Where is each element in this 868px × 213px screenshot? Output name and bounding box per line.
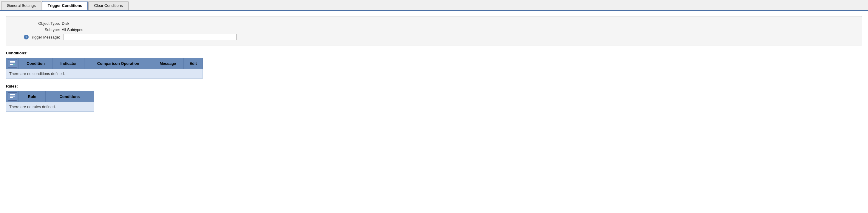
tab-bar: General Settings Trigger Conditions Clea…	[0, 0, 868, 11]
conditions-col-edit: Edit	[184, 58, 203, 69]
trigger-message-row: ? Trigger Message:	[12, 34, 856, 40]
add-rule-button[interactable]	[8, 92, 17, 101]
subtype-value: All Subtypes	[62, 27, 83, 32]
conditions-label: Conditions:	[6, 51, 862, 55]
conditions-table-icon-header	[6, 58, 19, 69]
conditions-col-message: Message	[152, 58, 183, 69]
tab-trigger-conditions[interactable]: Trigger Conditions	[42, 1, 88, 10]
rules-section: Rules:	[6, 84, 862, 112]
rules-table-icon-header	[6, 91, 19, 102]
help-icon[interactable]: ?	[24, 35, 29, 39]
rules-col-rule: Rule	[19, 91, 45, 102]
conditions-col-indicator: Indicator	[53, 58, 85, 69]
info-box: Object Type: Disk Subtype: All Subtypes …	[6, 16, 862, 46]
rules-label: Rules:	[6, 84, 862, 88]
rules-empty-message: There are no rules defined.	[6, 102, 94, 112]
add-condition-button[interactable]	[8, 59, 17, 68]
conditions-col-comparison: Comparison Operation	[85, 58, 152, 69]
trigger-message-input[interactable]	[64, 34, 237, 40]
object-type-row: Object Type: Disk	[12, 21, 856, 26]
object-type-label: Object Type:	[12, 21, 60, 26]
conditions-empty-row: There are no conditions defined.	[6, 69, 203, 79]
rules-col-conditions: Conditions	[45, 91, 94, 102]
svg-rect-5	[10, 94, 15, 95]
svg-rect-2	[10, 64, 13, 65]
svg-rect-4	[13, 64, 15, 65]
subtype-row: Subtype: All Subtypes	[12, 27, 856, 32]
svg-rect-0	[10, 61, 15, 62]
subtype-label: Subtype:	[12, 27, 60, 32]
svg-rect-9	[13, 98, 15, 98]
rules-empty-row: There are no rules defined.	[6, 102, 94, 112]
svg-rect-7	[10, 97, 13, 98]
conditions-section: Conditions:	[6, 51, 862, 79]
trigger-message-label: Trigger Message:	[30, 35, 60, 39]
rules-table: Rule Conditions There are no rules defin…	[6, 91, 94, 112]
svg-rect-1	[10, 62, 15, 63]
conditions-col-condition: Condition	[19, 58, 53, 69]
conditions-empty-message: There are no conditions defined.	[6, 69, 203, 79]
object-type-value: Disk	[62, 21, 69, 26]
main-content: Object Type: Disk Subtype: All Subtypes …	[0, 11, 868, 123]
tab-general-settings[interactable]: General Settings	[1, 1, 41, 10]
svg-rect-6	[10, 96, 15, 97]
conditions-table: Condition Indicator Comparison Operation…	[6, 58, 203, 79]
tab-clear-conditions[interactable]: Clear Conditions	[88, 1, 128, 10]
trigger-message-label-container: ? Trigger Message:	[12, 35, 60, 39]
